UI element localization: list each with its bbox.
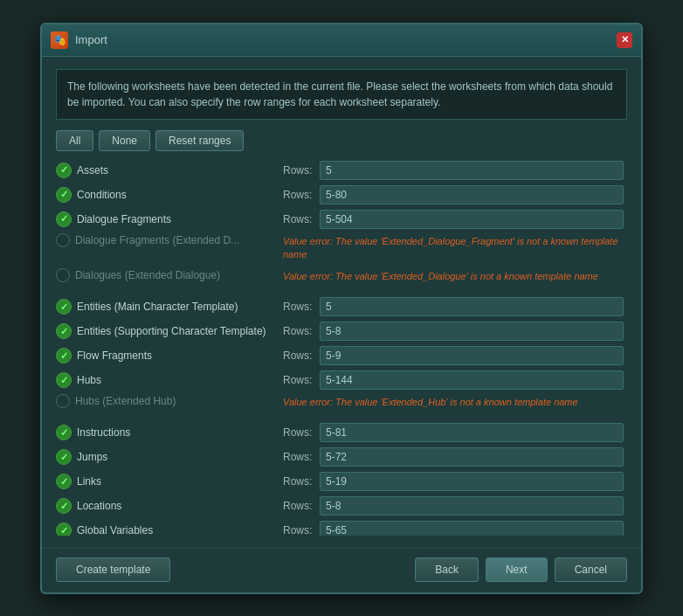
worksheet-row: Flow FragmentsRows: <box>56 345 624 366</box>
worksheet-checkbox[interactable] <box>56 268 70 282</box>
worksheet-row: Dialogue Fragments (Extended D...Value e… <box>56 233 624 262</box>
worksheet-row: Global VariablesRows: <box>56 520 624 535</box>
create-template-button[interactable]: Create template <box>56 557 170 582</box>
worksheet-checkbox[interactable] <box>56 474 72 489</box>
none-button[interactable]: None <box>99 130 150 151</box>
worksheet-row: ConditionsRows: <box>56 184 624 205</box>
worksheet-row: HubsRows: <box>56 370 624 391</box>
cancel-button[interactable]: Cancel <box>555 557 627 582</box>
rows-input[interactable] <box>320 370 624 390</box>
rows-input[interactable] <box>320 447 624 467</box>
worksheet-checkbox[interactable] <box>56 498 72 514</box>
title-bar: 🎭 Import ✕ <box>42 24 641 57</box>
worksheet-checkbox[interactable] <box>56 187 72 203</box>
rows-label: Rows: <box>283 500 314 512</box>
import-dialog: 🎭 Import ✕ The following worksheets have… <box>40 23 643 594</box>
worksheet-label: Assets <box>77 164 108 176</box>
worksheet-label: Entities (Supporting Character Template) <box>77 325 266 337</box>
worksheet-label: Dialogue Fragments <box>77 213 171 225</box>
worksheet-label: Entities (Main Character Template) <box>77 301 238 313</box>
rows-input[interactable] <box>320 297 624 316</box>
worksheet-checkbox[interactable] <box>56 348 72 363</box>
worksheet-row: Entities (Main Character Template)Rows: <box>56 296 624 317</box>
worksheet-label: Links <box>77 475 101 488</box>
rows-label: Rows: <box>283 524 314 535</box>
worksheet-checkbox[interactable] <box>56 425 72 440</box>
worksheet-label: Dialogue Fragments (Extended D... <box>75 234 239 246</box>
worksheet-row: Entities (Supporting Character Template)… <box>56 321 624 342</box>
worksheet-checkbox[interactable] <box>56 233 70 247</box>
worksheet-checkbox[interactable] <box>56 394 70 408</box>
rows-label: Rows: <box>283 451 314 463</box>
worksheet-row: LocationsRows: <box>56 495 624 516</box>
worksheet-label: Hubs (Extended Hub) <box>75 395 176 407</box>
rows-label: Rows: <box>283 213 314 225</box>
worksheet-label: Global Variables <box>77 524 153 535</box>
dialog-body: The following worksheets have been detec… <box>42 57 641 544</box>
worksheet-label: Jumps <box>77 451 107 463</box>
toolbar: All None Reset ranges <box>56 130 627 151</box>
worksheet-checkbox[interactable] <box>56 323 72 339</box>
rows-label: Rows: <box>283 350 314 362</box>
worksheet-list[interactable]: AssetsRows:ConditionsRows:Dialogue Fragm… <box>56 160 627 536</box>
close-button[interactable]: ✕ <box>617 32 632 48</box>
all-button[interactable]: All <box>56 130 93 151</box>
footer: Create template Back Next Cancel <box>42 548 641 592</box>
back-button[interactable]: Back <box>415 557 479 582</box>
worksheet-row: Hubs (Extended Hub)Value error: The valu… <box>56 394 624 415</box>
rows-input[interactable] <box>320 210 624 229</box>
worksheet-row: Dialogue FragmentsRows: <box>56 209 624 230</box>
rows-label: Rows: <box>283 475 314 488</box>
rows-input[interactable] <box>320 322 624 341</box>
rows-label: Rows: <box>283 426 314 439</box>
worksheet-label: Instructions <box>77 426 130 439</box>
worksheet-error: Value error: The value 'Extended_Dialogu… <box>283 268 624 283</box>
app-icon: 🎭 <box>51 31 68 49</box>
next-button[interactable]: Next <box>486 557 548 582</box>
rows-label: Rows: <box>283 325 314 337</box>
rows-label: Rows: <box>283 374 314 386</box>
worksheet-row: JumpsRows: <box>56 446 624 467</box>
worksheet-label: Conditions <box>77 189 127 201</box>
worksheet-row: LinksRows: <box>56 471 624 492</box>
worksheet-row: AssetsRows: <box>56 160 624 181</box>
rows-label: Rows: <box>283 164 314 176</box>
dialog-title: Import <box>75 33 107 46</box>
rows-input[interactable] <box>320 346 624 365</box>
info-text: The following worksheets have been detec… <box>67 80 612 108</box>
rows-input[interactable] <box>320 423 624 442</box>
worksheet-error: Value error: The value 'Extended_Dialogu… <box>283 233 624 262</box>
worksheet-label: Flow Fragments <box>77 350 152 362</box>
worksheet-checkbox[interactable] <box>56 211 72 227</box>
worksheet-row: InstructionsRows: <box>56 422 624 443</box>
worksheet-row: Dialogues (Extended Dialogue)Value error… <box>56 268 624 289</box>
worksheet-label: Dialogues (Extended Dialogue) <box>75 269 220 281</box>
info-box: The following worksheets have been detec… <box>56 69 627 120</box>
worksheet-label: Locations <box>77 500 121 512</box>
worksheet-label: Hubs <box>77 374 101 386</box>
rows-input[interactable] <box>320 496 624 516</box>
rows-label: Rows: <box>283 189 314 201</box>
worksheet-error: Value error: The value 'Extended_Hub' is… <box>283 394 624 409</box>
rows-label: Rows: <box>283 301 314 313</box>
rows-input[interactable] <box>320 472 624 491</box>
worksheet-checkbox[interactable] <box>56 299 72 315</box>
rows-input[interactable] <box>320 185 624 204</box>
reset-ranges-button[interactable]: Reset ranges <box>155 130 244 151</box>
worksheet-checkbox[interactable] <box>56 372 72 388</box>
worksheet-checkbox[interactable] <box>56 523 72 535</box>
rows-input[interactable] <box>320 521 624 535</box>
worksheet-checkbox[interactable] <box>56 449 72 465</box>
worksheet-checkbox[interactable] <box>56 163 72 178</box>
rows-input[interactable] <box>320 161 624 180</box>
